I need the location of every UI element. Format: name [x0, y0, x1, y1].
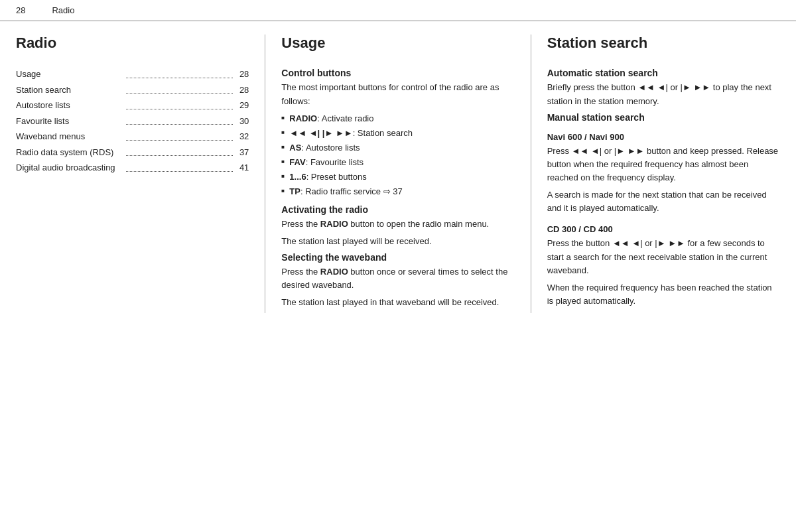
activating-radio-heading: Activating the radio	[281, 204, 514, 215]
cd-300-400-heading: CD 300 / CD 400	[547, 224, 780, 234]
toc-page: 32	[235, 130, 249, 143]
activating-radio-p2: The station last played will be received…	[281, 235, 514, 248]
toc-page: 28	[235, 84, 249, 97]
control-buttons-intro: The most important buttons for control o…	[281, 81, 514, 107]
automatic-station-search-p1: Briefly press the button ◄◄ ◄| or |► ►► …	[547, 81, 780, 107]
toc-dots	[126, 161, 233, 172]
table-of-contents: Usage28Station search28Autostore lists29…	[16, 68, 249, 174]
navi-600-900-section: Navi 600 / Navi 900 Press ◄◄ ◄| or |► ►►…	[547, 132, 780, 216]
page-header: 28 Radio	[0, 0, 796, 21]
content-area: Radio Usage28Station search28Autostore l…	[0, 21, 796, 326]
bullet-seek: ◄◄ ◄| |► ►►: Station search	[281, 127, 514, 140]
column-radio: Radio Usage28Station search28Autostore l…	[16, 34, 265, 313]
toc-dots	[126, 130, 233, 141]
toc-dots	[126, 99, 233, 109]
automatic-station-search-section: Automatic station search Briefly press t…	[547, 68, 780, 107]
toc-label: Favourite lists	[16, 115, 123, 128]
automatic-station-search-heading: Automatic station search	[547, 68, 780, 78]
toc-page: 37	[235, 146, 249, 159]
selecting-waveband-p2: The station last played in that waveband…	[281, 296, 514, 309]
toc-item: Radio data system (RDS)37	[16, 146, 249, 159]
column-usage: Usage Control buttons The most important…	[281, 34, 531, 313]
manual-station-search-heading: Manual station search	[547, 112, 780, 123]
header-title: Radio	[52, 5, 74, 15]
page-number: 28	[16, 5, 25, 15]
selecting-waveband-heading: Selecting the waveband	[281, 252, 514, 263]
toc-page: 30	[235, 115, 249, 128]
toc-item: Waveband menus32	[16, 130, 249, 143]
toc-page: 41	[235, 161, 249, 174]
cd-300-400-section: CD 300 / CD 400 Press the button ◄◄ ◄| o…	[547, 224, 780, 308]
control-buttons-section: Control buttons The most important butto…	[281, 68, 514, 198]
toc-dots	[126, 68, 233, 78]
toc-dots	[126, 115, 233, 125]
cd-300-400-p2: When the required frequency has been rea…	[547, 281, 780, 308]
toc-label: Autostore lists	[16, 99, 123, 112]
toc-page: 28	[235, 68, 249, 81]
toc-item: Usage28	[16, 68, 249, 81]
toc-label: Station search	[16, 84, 123, 97]
navi-600-900-p2: A search is made for the next station th…	[547, 188, 780, 215]
col3-title: Station search	[547, 34, 780, 52]
toc-item: Autostore lists29	[16, 99, 249, 112]
column-station-search: Station search Automatic station search …	[547, 34, 780, 313]
navi-600-900-heading: Navi 600 / Navi 900	[547, 132, 780, 142]
bullet-as: AS: Autostore lists	[281, 141, 514, 155]
activating-radio-section: Activating the radio Press the RADIO but…	[281, 204, 514, 248]
bullet-radio: RADIO: Activate radio	[281, 112, 514, 125]
toc-dots	[126, 146, 233, 157]
toc-label: Usage	[16, 68, 123, 81]
cd-300-400-p1: Press the button ◄◄ ◄| or |► ►► for a fe…	[547, 237, 780, 277]
navi-600-900-p1: Press ◄◄ ◄| or |► ►► button and keep pre…	[547, 145, 780, 184]
control-buttons-list: RADIO: Activate radio ◄◄ ◄| |► ►►: Stati…	[281, 112, 514, 199]
bullet-fav: FAV: Favourite lists	[281, 156, 514, 169]
manual-station-search-section: Manual station search Navi 600 / Navi 90…	[547, 112, 780, 308]
toc-item: Digital audio broadcasting41	[16, 161, 249, 174]
control-buttons-heading: Control buttons	[281, 68, 514, 78]
selecting-waveband-p1: Press the RADIO button once or several t…	[281, 265, 514, 292]
toc-item: Station search28	[16, 84, 249, 97]
toc-label: Waveband menus	[16, 130, 123, 143]
col1-title: Radio	[16, 34, 249, 52]
activating-radio-p1: Press the RADIO button to open the radio…	[281, 218, 514, 231]
col2-title: Usage	[281, 34, 514, 52]
bullet-tp: TP: Radio traffic service ⇨ 37	[281, 185, 514, 198]
selecting-waveband-section: Selecting the waveband Press the RADIO b…	[281, 252, 514, 309]
toc-label: Radio data system (RDS)	[16, 146, 123, 159]
toc-dots	[126, 84, 233, 94]
bullet-presets: 1...6: Preset buttons	[281, 170, 514, 184]
toc-page: 29	[235, 99, 249, 112]
toc-label: Digital audio broadcasting	[16, 161, 123, 174]
toc-item: Favourite lists30	[16, 115, 249, 128]
